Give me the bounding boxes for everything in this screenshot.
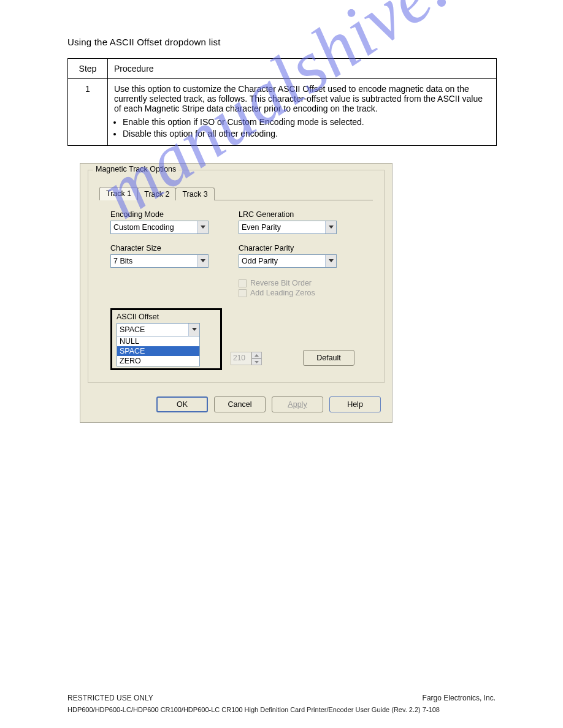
- character-parity-label: Character Parity: [239, 244, 361, 252]
- tabs-row: Track 1 Track 2 Track 3: [99, 185, 375, 200]
- ascii-offset-option-space[interactable]: SPACE: [117, 346, 199, 356]
- help-button[interactable]: Help: [329, 396, 381, 412]
- add-leading-zeros-row: Add Leading Zeros: [239, 289, 361, 297]
- chevron-down-icon[interactable]: [197, 255, 208, 267]
- ascii-offset-highlight: ASCII Offset SPACE NULL SPACE ZERO: [110, 308, 222, 370]
- header-procedure: Procedure: [108, 59, 497, 79]
- procedure-table: Step Procedure 1 Use this option to cust…: [67, 58, 497, 146]
- magnetic-track-dialog: Magnetic Track Options Track 1 Track 2 T…: [80, 163, 393, 423]
- chevron-down-icon[interactable]: [325, 221, 336, 233]
- lrc-generation-combo[interactable]: Even Parity: [239, 221, 337, 234]
- ok-button[interactable]: OK: [156, 396, 208, 412]
- character-parity-value: Odd Parity: [239, 255, 325, 267]
- footer-left: RESTRICTED USE ONLY: [67, 694, 153, 702]
- cell-step: 1: [68, 79, 108, 146]
- tab-track-1[interactable]: Track 1: [99, 187, 138, 200]
- ascii-offset-value: SPACE: [117, 324, 188, 336]
- chevron-down-icon[interactable]: [188, 324, 199, 336]
- reverse-bit-order-label: Reverse Bit Order: [250, 279, 312, 287]
- encoding-mode-label: Encoding Mode: [110, 210, 224, 219]
- lrc-generation-field: LRC Generation Even Parity: [239, 210, 361, 234]
- reverse-bit-order-row: Reverse Bit Order: [239, 279, 361, 287]
- encoding-mode-combo[interactable]: Custom Encoding: [110, 221, 209, 234]
- page-title: Using the ASCII Offset dropdown list: [67, 37, 514, 47]
- spinner-up-icon: [251, 352, 262, 358]
- chevron-down-icon[interactable]: [325, 255, 336, 267]
- add-leading-zeros-label: Add Leading Zeros: [250, 289, 315, 297]
- character-parity-combo[interactable]: Odd Parity: [239, 254, 337, 268]
- procedure-bullet: Enable this option if ISO or Custom Enco…: [123, 117, 490, 127]
- bit-density-spinner: 210: [231, 352, 262, 365]
- magnetic-track-group: Magnetic Track Options Track 1 Track 2 T…: [88, 170, 385, 383]
- table-header-row: Step Procedure: [68, 59, 497, 79]
- character-size-value: 7 Bits: [111, 255, 197, 267]
- reverse-bit-order-checkbox: [239, 279, 247, 287]
- tab-track-2[interactable]: Track 2: [137, 188, 176, 200]
- encoding-mode-field: Encoding Mode Custom Encoding: [110, 210, 224, 234]
- footer-right: Fargo Electronics, Inc.: [423, 694, 496, 702]
- doc-id-line: HDP600/HDP600-LC/HDP600 CR100/HDP600-LC …: [67, 706, 440, 713]
- header-step: Step: [68, 59, 108, 79]
- procedure-bullet: Disable this option for all other encodi…: [123, 129, 490, 138]
- lrc-generation-label: LRC Generation: [239, 210, 361, 219]
- spinner-down-icon: [251, 358, 262, 365]
- ascii-offset-option-zero[interactable]: ZERO: [117, 356, 199, 366]
- lrc-generation-value: Even Parity: [239, 221, 325, 233]
- ascii-offset-combo[interactable]: SPACE: [117, 323, 200, 336]
- table-row: 1 Use this option to customize the Chara…: [68, 79, 497, 146]
- cell-procedure: Use this option to customize the Charact…: [108, 79, 497, 146]
- encoding-mode-value: Custom Encoding: [111, 221, 197, 233]
- default-button[interactable]: Default: [303, 350, 354, 366]
- tab-track-3[interactable]: Track 3: [175, 188, 214, 200]
- ascii-offset-dropdown-list[interactable]: NULL SPACE ZERO: [117, 336, 200, 366]
- chevron-down-icon[interactable]: [197, 221, 208, 233]
- group-legend: Magnetic Track Options: [93, 165, 178, 173]
- character-size-field: Character Size 7 Bits: [110, 244, 224, 268]
- character-size-label: Character Size: [110, 244, 224, 252]
- bit-density-value: 210: [231, 352, 251, 365]
- character-parity-field: Character Parity Odd Parity: [239, 244, 361, 268]
- procedure-intro: Use this option to customize the Charact…: [114, 84, 483, 113]
- ascii-offset-label: ASCII Offset: [117, 313, 216, 321]
- ascii-offset-option-null[interactable]: NULL: [117, 336, 199, 346]
- disabled-checks: Reverse Bit Order Add Leading Zeros: [239, 278, 361, 298]
- dialog-button-row: OK Cancel Apply Help: [80, 388, 392, 422]
- character-size-combo[interactable]: 7 Bits: [110, 254, 209, 268]
- apply-button: Apply: [272, 396, 323, 412]
- cancel-button[interactable]: Cancel: [214, 396, 266, 412]
- add-leading-zeros-checkbox: [239, 289, 247, 297]
